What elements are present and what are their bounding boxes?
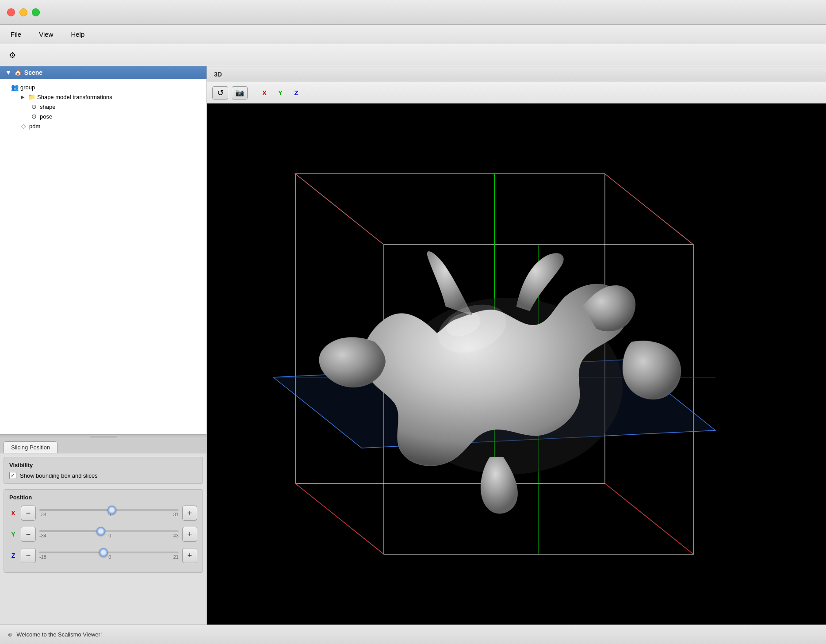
show-bounding-box-label: Show bounding box and slices: [20, 472, 98, 479]
z-slider-row: Z − -18 0 21: [9, 547, 197, 564]
x-slider-row: X − -34 0 31: [9, 504, 197, 522]
tree-content: 👥 group ▶ 📁 Shape model transformations …: [0, 79, 206, 134]
shape-model-icon: 📁: [27, 93, 35, 100]
group-icon: 👥: [11, 84, 19, 91]
y-slider-row: Y − -34 0 43: [9, 525, 197, 543]
x-minus-button[interactable]: −: [21, 506, 36, 521]
panel-content: Visibility ✓ Show bounding box and slice…: [0, 453, 206, 625]
y-value-label: 0: [108, 533, 111, 538]
y-slider-thumb[interactable]: [96, 527, 105, 536]
y-axis-label: Y: [9, 531, 17, 538]
status-message: Welcome to the Scalismo Viewer!: [16, 631, 102, 638]
close-button[interactable]: [7, 8, 15, 16]
vertical-splitter[interactable]: [0, 435, 206, 439]
camera-button[interactable]: 📷: [232, 86, 248, 100]
pose-icon: ⊙: [30, 113, 38, 120]
tree-item-shape-model[interactable]: ▶ 📁 Shape model transformations: [2, 92, 205, 102]
view-y-button[interactable]: Y: [274, 87, 287, 99]
toolbar: ⚙: [0, 44, 826, 66]
z-minus-button[interactable]: −: [21, 548, 36, 563]
z-slider-labels: -18 0 21: [39, 554, 179, 560]
tree-item-pdm[interactable]: ◇ pdm: [2, 121, 205, 131]
left-panel: ▼ 🏠 Scene 👥 group ▶ 📁 Shape model transf…: [0, 66, 207, 625]
scene-header: ▼ 🏠 Scene: [0, 66, 206, 79]
tree-item-pose[interactable]: ⊙ pose: [2, 111, 205, 121]
pdm-icon: ◇: [19, 123, 27, 130]
checkbox-row: ✓ Show bounding box and slices: [9, 472, 197, 479]
z-slider-thumb[interactable]: [99, 548, 108, 557]
z-axis-label: Z: [9, 552, 17, 559]
y-slider-track[interactable]: [39, 530, 179, 532]
right-panel: 3D ↺ 📷 X Y Z: [207, 66, 826, 625]
pose-label: pose: [40, 113, 52, 120]
y-slider-container: -34 0 43: [39, 525, 179, 543]
position-section: Position X − -34 0: [4, 489, 203, 573]
x-slider-fill: [39, 509, 112, 511]
x-plus-button[interactable]: +: [182, 506, 197, 521]
x-slider-container: -34 0 31: [39, 504, 179, 522]
scene-icon: 🏠: [14, 69, 22, 76]
menu-help[interactable]: Help: [67, 29, 88, 40]
shape-model-arrow: ▶: [19, 94, 26, 100]
z-min-label: -18: [39, 554, 46, 560]
minimize-button[interactable]: [19, 8, 27, 16]
scene-arrow: ▼: [5, 69, 11, 76]
z-slider-fill: [39, 552, 103, 553]
tree-item-group[interactable]: 👥 group: [2, 82, 205, 92]
splitter-handle: [90, 437, 117, 437]
y-max-label: 43: [173, 533, 179, 538]
traffic-lights: [7, 8, 40, 16]
pdm-label: pdm: [29, 123, 40, 130]
menu-bar: File View Help: [0, 25, 826, 44]
status-bar: ☺ Welcome to the Scalismo Viewer!: [0, 625, 826, 644]
x-slider-track[interactable]: [39, 509, 179, 511]
z-slider-track[interactable]: [39, 552, 179, 553]
z-value-label: 0: [108, 554, 111, 560]
reset-view-button[interactable]: ↺: [212, 86, 228, 100]
toolbar-refresh-icon[interactable]: ⚙: [5, 48, 19, 62]
y-min-label: -34: [39, 533, 46, 538]
shape-icon: ⊙: [30, 103, 38, 110]
menu-file[interactable]: File: [7, 29, 25, 40]
view-z-button[interactable]: Z: [290, 87, 302, 99]
shape-label: shape: [40, 104, 55, 110]
tab-bar: Slicing Position: [0, 439, 206, 453]
y-minus-button[interactable]: −: [21, 527, 36, 542]
visibility-title: Visibility: [9, 462, 197, 468]
maximize-button[interactable]: [32, 8, 40, 16]
x-min-label: -34: [39, 512, 46, 517]
menu-view[interactable]: View: [35, 29, 57, 40]
scene-tree: ▼ 🏠 Scene 👥 group ▶ 📁 Shape model transf…: [0, 66, 206, 435]
z-max-label: 21: [173, 554, 179, 560]
position-title: Position: [9, 494, 197, 501]
y-slider-fill: [39, 530, 101, 532]
shape-model-label: Shape model transformations: [37, 94, 112, 100]
x-axis-label: X: [9, 510, 17, 517]
y-slider-labels: -34 0 43: [39, 533, 179, 538]
view-3d-header: 3D: [207, 66, 826, 82]
viewport-3d[interactable]: [207, 104, 826, 625]
checkbox-check-icon: ✓: [11, 472, 15, 479]
title-bar: [0, 0, 826, 25]
x-max-label: 31: [173, 512, 179, 517]
status-icon: ☺: [7, 631, 13, 638]
scene-title: Scene: [24, 69, 42, 76]
scene-svg: [207, 104, 826, 625]
view-x-button[interactable]: X: [258, 87, 271, 99]
main-container: ▼ 🏠 Scene 👥 group ▶ 📁 Shape model transf…: [0, 66, 826, 625]
bottom-panel: Slicing Position Visibility ✓ Show bound…: [0, 439, 206, 625]
viewport-title: 3D: [214, 71, 222, 78]
show-bounding-box-checkbox[interactable]: ✓: [9, 472, 16, 479]
tab-slicing-position[interactable]: Slicing Position: [4, 441, 57, 453]
z-slider-container: -18 0 21: [39, 547, 179, 564]
x-slider-thumb[interactable]: [107, 506, 116, 514]
view-3d-toolbar: ↺ 📷 X Y Z: [207, 82, 826, 104]
z-plus-button[interactable]: +: [182, 548, 197, 563]
tree-item-shape[interactable]: ⊙ shape: [2, 102, 205, 111]
visibility-section: Visibility ✓ Show bounding box and slice…: [4, 457, 203, 484]
y-plus-button[interactable]: +: [182, 527, 197, 542]
group-label: group: [20, 84, 35, 91]
